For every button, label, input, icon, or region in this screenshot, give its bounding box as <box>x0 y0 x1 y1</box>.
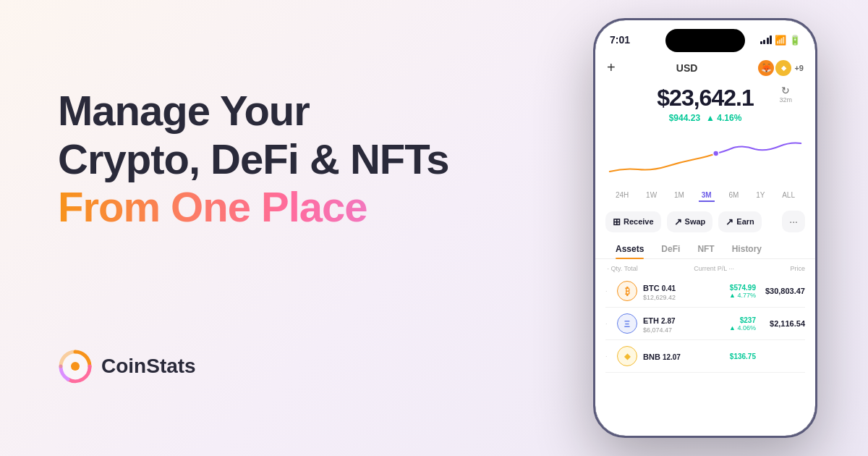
phone-screen: 7:01 📶 🔋 + USD 🦊 ◆ <box>595 20 815 436</box>
table-row: · Ξ ETH 2.87 $6,074.47 $237 ▲ 4.06% <box>605 308 805 340</box>
more-button[interactable]: ··· <box>782 211 805 232</box>
asset-rank: · <box>605 287 611 295</box>
table-row: · ₿ BTC 0.41 $12,629.42 $574.99 ▲ 4.77% <box>605 275 805 308</box>
btc-pnl-amount: $574.99 <box>702 284 756 292</box>
tab-history[interactable]: History <box>723 238 770 258</box>
receive-button[interactable]: ⊞ Receive <box>605 211 661 232</box>
bnb-pnl-amount: $136.75 <box>702 352 756 360</box>
receive-icon: ⊞ <box>613 216 621 227</box>
chart-area <box>595 129 815 187</box>
assets-table-header: · Qty. Total Current P/L ··· Price <box>595 262 815 275</box>
eth-usd-value: $6,074.47 <box>643 326 697 334</box>
headline-block: Manage Your Crypto, DeFi & NFTs From One… <box>58 87 521 232</box>
col-qty-header: · Qty. Total <box>605 265 638 272</box>
time-filter-1y[interactable]: 1Y <box>753 190 767 202</box>
time-filter-1m[interactable]: 1M <box>671 190 687 202</box>
eth-pnl-amount: $237 <box>702 316 756 324</box>
headline-line1: Manage Your <box>58 87 521 135</box>
time-filters: 24H 1W 1M 3M 6M 1Y ALL <box>595 187 815 208</box>
btc-symbol-qty: BTC 0.41 <box>643 281 697 294</box>
time-filter-1w[interactable]: 1W <box>643 190 660 202</box>
btc-price: $30,803.47 <box>762 287 805 295</box>
wifi-icon: 📶 <box>775 35 786 46</box>
assets-list: · ₿ BTC 0.41 $12,629.42 $574.99 ▲ 4.77% <box>595 275 815 373</box>
signal-bars-icon <box>760 35 773 44</box>
btc-info: BTC 0.41 $12,629.42 <box>643 281 697 301</box>
swap-icon: ↗ <box>674 216 682 227</box>
time-filter-all[interactable]: ALL <box>779 190 798 202</box>
tab-defi[interactable]: DeFi <box>652 238 689 258</box>
right-section: 7:01 📶 🔋 + USD 🦊 ◆ <box>564 0 868 456</box>
eth-info: ETH 2.87 $6,074.47 <box>643 313 697 334</box>
bnb-pnl: $136.75 <box>702 352 756 360</box>
receive-label: Receive <box>624 217 654 226</box>
action-buttons: ⊞ Receive ↗ Swap ↗ Earn ··· <box>595 208 815 238</box>
eth-pnl-percent: ▲ 4.06% <box>702 324 756 332</box>
battery-icon: 🔋 <box>789 35 801 46</box>
left-section: Manage Your Crypto, DeFi & NFTs From One… <box>0 0 564 456</box>
brand-name: CoinStats <box>101 355 196 378</box>
portfolio-section: $23,642.1 ↻ 32m $944.23 ▲ 4.16% <box>595 82 815 129</box>
portfolio-change: $944.23 ▲ 4.16% <box>607 113 804 123</box>
brand-icon <box>58 349 93 384</box>
bnb-info: BNB 12.07 <box>643 350 697 363</box>
metamask-wallet-icon[interactable]: 🦊 <box>758 60 774 76</box>
btc-pnl: $574.99 ▲ 4.77% <box>702 284 756 299</box>
brand-logo: CoinStats <box>58 349 521 384</box>
portfolio-chart <box>603 132 808 182</box>
status-icons: 📶 🔋 <box>760 35 801 46</box>
wallet-icons-group: 🦊 ◆ +9 <box>758 60 804 76</box>
asset-rank: · <box>605 320 611 327</box>
col-pnl-header: Current P/L ··· <box>694 265 734 272</box>
earn-label: Earn <box>736 217 754 226</box>
status-time: 7:01 <box>610 34 630 46</box>
headline-line2: Crypto, DeFi & NFTs <box>58 135 521 184</box>
table-row: · ◆ BNB 12.07 $136.75 <box>605 340 805 373</box>
earn-icon: ↗ <box>726 216 733 227</box>
refresh-button[interactable]: ↻ 32m <box>779 85 792 104</box>
eth-price: $2,116.54 <box>762 319 805 328</box>
eth-icon: Ξ <box>617 313 637 334</box>
col-price-header: Price <box>790 265 805 272</box>
refresh-icon: ↻ <box>781 85 790 96</box>
phone-mockup: 7:01 📶 🔋 + USD 🦊 ◆ <box>593 18 817 438</box>
bnb-icon: ◆ <box>617 346 637 366</box>
btc-pnl-percent: ▲ 4.77% <box>702 292 756 299</box>
swap-button[interactable]: ↗ Swap <box>667 211 713 232</box>
btc-usd-value: $12,629.42 <box>643 294 697 301</box>
tab-nft[interactable]: NFT <box>689 238 723 258</box>
binance-wallet-icon[interactable]: ◆ <box>775 60 791 76</box>
app-header: + USD 🦊 ◆ +9 <box>595 56 815 82</box>
time-filter-3m[interactable]: 3M <box>699 190 715 202</box>
time-filter-24h[interactable]: 24H <box>613 190 631 202</box>
refresh-time-label: 32m <box>779 96 792 104</box>
headline-line3: From One Place <box>58 183 521 232</box>
bnb-symbol-qty: BNB 12.07 <box>643 350 697 363</box>
btc-icon: ₿ <box>617 281 637 301</box>
asset-rank: · <box>605 352 611 360</box>
tab-navigation: Assets DeFi NFT History <box>595 238 815 259</box>
add-wallet-button[interactable]: + <box>607 59 616 76</box>
eth-pnl: $237 ▲ 4.06% <box>702 316 756 332</box>
swap-label: Swap <box>685 217 706 226</box>
svg-point-1 <box>71 362 80 371</box>
time-filter-6m[interactable]: 6M <box>726 190 741 202</box>
currency-label[interactable]: USD <box>676 62 698 74</box>
change-amount: $944.23 <box>669 113 700 123</box>
portfolio-amount: $23,642.1 <box>657 85 753 111</box>
tab-assets[interactable]: Assets <box>607 238 652 258</box>
dynamic-island <box>665 29 745 52</box>
earn-button[interactable]: ↗ Earn <box>718 211 761 232</box>
eth-symbol-qty: ETH 2.87 <box>643 313 697 326</box>
change-percent: ▲ 4.16% <box>706 113 741 123</box>
svg-point-2 <box>713 151 719 156</box>
wallet-count-label: +9 <box>794 64 804 72</box>
